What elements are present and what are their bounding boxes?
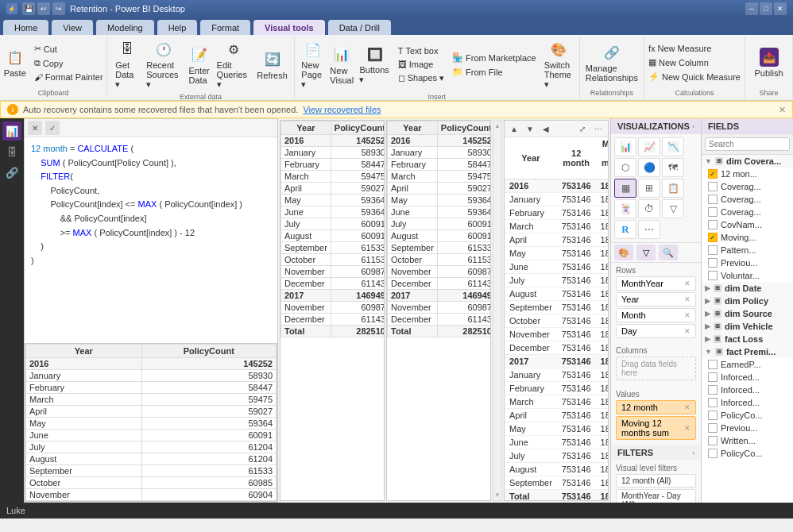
field-item-previou---[interactable]: Previou... xyxy=(702,422,793,434)
viz-menu-btn[interactable]: ⋯ xyxy=(592,122,605,135)
field-group-fact-premi---[interactable]: ▼ ⊞ fact Premi... xyxy=(702,345,793,358)
row-item-year[interactable]: Year ✕ xyxy=(616,292,696,306)
viz-up-btn[interactable]: ▲ xyxy=(508,122,520,135)
tab-format[interactable]: Format xyxy=(200,20,250,35)
viz-left-btn[interactable]: ◀ xyxy=(540,122,552,135)
copy-button[interactable]: ⧉ Copy xyxy=(31,56,106,70)
shapes-button[interactable]: ◻ Shapes ▾ xyxy=(395,71,447,85)
viz-icon-area[interactable]: 📉 xyxy=(662,137,684,156)
paste-button[interactable]: 📋 Paste xyxy=(1,46,29,79)
analytics-btn[interactable]: 🔍 xyxy=(659,245,678,260)
tab-data-drill[interactable]: Data / Drill xyxy=(328,20,391,35)
enter-data-button[interactable]: 📝 EnterData xyxy=(187,44,212,87)
row-year-remove[interactable]: ✕ xyxy=(684,295,690,303)
field-item-inforced---[interactable]: Inforced... xyxy=(702,396,793,409)
edit-queries-button[interactable]: ⚙ EditQueries ▾ xyxy=(214,38,254,91)
viz-expand-btn[interactable]: ⤢ xyxy=(576,122,589,135)
field-item-coverag---[interactable]: Coverag... xyxy=(702,206,793,218)
from-marketplace-button[interactable]: 🏪 From Marketplace xyxy=(449,51,540,64)
field-item-12-mon---[interactable]: ✓ 12 mon... xyxy=(702,168,793,180)
close-btn[interactable]: ✕ xyxy=(774,2,787,15)
filter-btn[interactable]: ▽ xyxy=(636,245,656,260)
field-item-previou---[interactable]: Previou... xyxy=(702,256,793,269)
save-btn[interactable]: 💾 xyxy=(22,2,35,15)
field-item-policyco---[interactable]: PolicyCo... xyxy=(702,447,793,460)
refresh-button[interactable]: 🔄 Refresh xyxy=(255,48,289,82)
value-item-12month[interactable]: 12 month ✕ xyxy=(616,400,696,414)
viz-icon-more[interactable]: ⋯ xyxy=(638,220,660,239)
dax-content[interactable]: 12 month = CALCULATE ( SUM ( PolicyCount… xyxy=(25,137,277,343)
viz-icon-line[interactable]: 📈 xyxy=(638,137,660,156)
sidebar-model-icon[interactable]: 🔗 xyxy=(2,163,21,182)
value-item-moving12[interactable]: Moving 12 months sum ✕ xyxy=(616,416,696,440)
field-item-policyco---[interactable]: PolicyCo... xyxy=(702,409,793,422)
manage-relationships-button[interactable]: 🔗 ManageRelationships xyxy=(582,41,641,84)
publish-button[interactable]: 📤 Publish xyxy=(750,46,788,79)
sidebar-report-icon[interactable]: 📊 xyxy=(2,121,21,141)
new-quick-measure-button[interactable]: ⚡ New Quick Measure xyxy=(645,70,744,83)
view-recovered-link[interactable]: View recovered files xyxy=(303,105,381,114)
tab-view[interactable]: View xyxy=(52,20,93,35)
viz-icon-map[interactable]: 🗺 xyxy=(662,158,684,177)
viz-icon-kpi[interactable]: 📋 xyxy=(662,179,684,198)
field-group-dim-date[interactable]: ▶ ⊞ dim Date xyxy=(702,282,793,295)
new-visual-button[interactable]: 📊 NewVisual xyxy=(329,44,355,87)
field-group-dim-covera---[interactable]: ▼ ⊞ dim Covera... xyxy=(702,155,793,168)
redo-btn[interactable]: ↪ xyxy=(52,2,65,15)
scroll-indicator[interactable]: ▲ ▼ xyxy=(493,120,502,501)
value-12month-remove[interactable]: ✕ xyxy=(684,403,690,411)
field-item-inforced---[interactable]: Inforced... xyxy=(702,384,793,396)
dax-check-btn[interactable]: ✓ xyxy=(45,121,60,135)
switch-theme-button[interactable]: 🎨 SwitchTheme ▾ xyxy=(541,38,576,91)
viz-icon-gauge[interactable]: ⏱ xyxy=(638,199,660,218)
image-button[interactable]: 🖼 Image xyxy=(395,58,447,71)
row-monthyear-remove[interactable]: ✕ xyxy=(684,279,690,287)
viz-icon-scatter[interactable]: ⬡ xyxy=(614,158,636,177)
field-item-written---[interactable]: Written... xyxy=(702,434,793,447)
field-item-covnam---[interactable]: CovNam... xyxy=(702,218,793,231)
info-close-button[interactable]: ✕ xyxy=(779,105,786,115)
undo-btn[interactable]: ↩ xyxy=(37,2,50,15)
format-painter-button[interactable]: 🖌 Format Painter xyxy=(31,71,106,83)
field-group-dim-policy[interactable]: ▶ ⊞ dim Policy xyxy=(702,295,793,307)
field-group-fact-loss[interactable]: ▶ ⊞ fact Loss xyxy=(702,333,793,345)
viz-down-btn[interactable]: ▼ xyxy=(524,122,536,135)
new-page-button[interactable]: 📄 NewPage ▾ xyxy=(298,38,327,91)
field-item-voluntar---[interactable]: Voluntar... xyxy=(702,269,793,282)
filter-monthyear-day[interactable]: MonthYear - Day (All) xyxy=(616,489,696,503)
tab-home[interactable]: Home xyxy=(3,20,48,35)
viz-icon-pie[interactable]: 🔵 xyxy=(638,158,660,177)
filter-12month[interactable]: 12 month (All) xyxy=(616,474,696,488)
field-item-inforced---[interactable]: Inforced... xyxy=(702,371,793,384)
row-item-day[interactable]: Day ✕ xyxy=(616,324,696,338)
viz-icon-funnel[interactable]: ▽ xyxy=(662,199,684,218)
cut-button[interactable]: ✂ Cut xyxy=(31,42,106,56)
viz-icon-r[interactable]: R xyxy=(614,220,636,239)
maximize-btn[interactable]: □ xyxy=(760,2,772,15)
sidebar-data-icon[interactable]: 🗄 xyxy=(2,142,21,161)
value-moving12-remove[interactable]: ✕ xyxy=(684,424,690,432)
field-group-dim-source[interactable]: ▶ ⊞ dim Source xyxy=(702,307,793,320)
viz-icon-bar[interactable]: 📊 xyxy=(614,137,636,156)
from-file-button[interactable]: 📁 From File xyxy=(449,65,540,79)
dax-close-btn[interactable]: ✕ xyxy=(28,121,42,135)
field-item-coverag---[interactable]: Coverag... xyxy=(702,193,793,206)
text-box-button[interactable]: T Text box xyxy=(395,44,447,57)
field-item-coverag---[interactable]: Coverag... xyxy=(702,180,793,193)
tab-help[interactable]: Help xyxy=(157,20,198,35)
get-data-button[interactable]: 🗄 GetData ▾ xyxy=(112,38,141,91)
new-column-button[interactable]: ▦ New Column xyxy=(645,56,744,69)
visualizations-header[interactable]: VISUALIZATIONS › xyxy=(611,118,701,134)
viz-icon-table[interactable]: ▦ xyxy=(614,179,636,198)
viz-icon-matrix[interactable]: ⊞ xyxy=(638,179,660,198)
field-item-earnedp---[interactable]: EarnedP... xyxy=(702,358,793,371)
row-item-month[interactable]: Month ✕ xyxy=(616,308,696,322)
viz-icon-card[interactable]: 🃏 xyxy=(614,199,636,218)
row-month-remove[interactable]: ✕ xyxy=(684,311,690,319)
new-measure-button[interactable]: fx New Measure xyxy=(645,42,744,55)
field-item-moving---[interactable]: ✓ Moving... xyxy=(702,231,793,244)
tab-modeling[interactable]: Modeling xyxy=(96,20,154,35)
columns-drop-zone[interactable]: Drag data fields here xyxy=(616,357,696,380)
field-item-pattern---[interactable]: Pattern... xyxy=(702,244,793,256)
recent-sources-button[interactable]: 🕐 RecentSources ▾ xyxy=(143,38,184,91)
